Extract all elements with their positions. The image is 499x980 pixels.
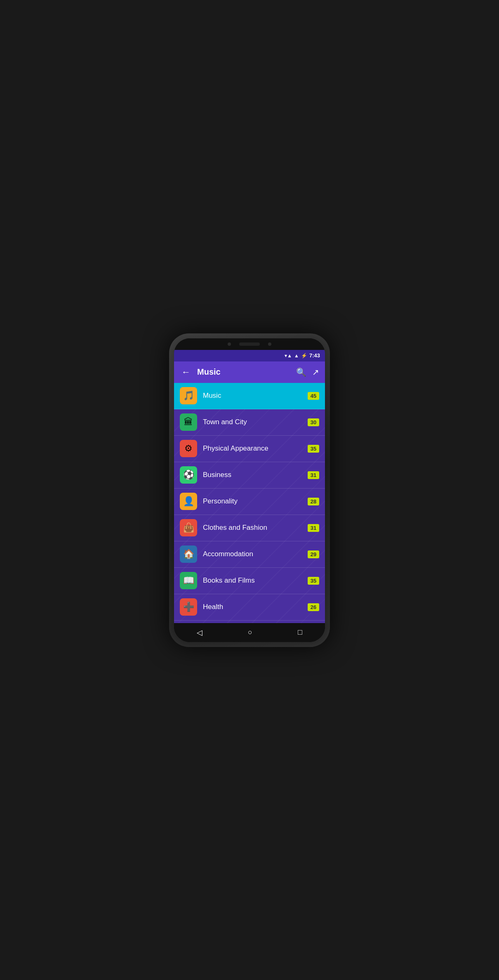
signal-icon: ▲ xyxy=(294,353,299,359)
accommodation-icon: 🏠 xyxy=(183,549,194,560)
health-icon: ➕ xyxy=(183,602,194,612)
business-icon: ⚽ xyxy=(183,470,194,480)
item-icon-personality: 👤 xyxy=(180,493,197,510)
nav-back-button[interactable]: ◁ xyxy=(188,625,211,640)
item-label-music: Music xyxy=(203,392,308,400)
speaker xyxy=(239,342,260,346)
phone-frame: ▾▲ ▲ ⚡ 7:43 ← Music 🔍 ↗ 🎵 xyxy=(169,333,330,647)
sensor xyxy=(268,342,271,346)
item-badge-business: 31 xyxy=(308,471,319,479)
battery-icon: ⚡ xyxy=(301,353,307,359)
item-badge-accommodation: 29 xyxy=(308,550,319,558)
list-item-town-city[interactable]: 🏛 Town and City 30 xyxy=(174,409,325,436)
item-badge-town-city: 30 xyxy=(308,418,319,426)
item-badge-health: 26 xyxy=(308,603,319,611)
clothes-fashion-icon: 👜 xyxy=(183,522,194,533)
item-icon-books-films: 📖 xyxy=(180,572,197,589)
status-icons: ▾▲ ▲ ⚡ 7:43 xyxy=(285,352,320,359)
category-list: 🎵 Music 45 🏛 Town and City 30 ⚙ Physical… xyxy=(174,383,325,623)
item-icon-health: ➕ xyxy=(180,598,197,616)
item-badge-physical-appearance: 35 xyxy=(308,445,319,453)
phone-inner: ▾▲ ▲ ⚡ 7:43 ← Music 🔍 ↗ 🎵 xyxy=(174,338,325,642)
nav-home-button[interactable]: ○ xyxy=(240,625,261,640)
nav-recents-button[interactable]: □ xyxy=(290,625,311,640)
list-item-music[interactable]: 🎵 Music 45 xyxy=(174,383,325,409)
list-item-clothes-fashion[interactable]: 👜 Clothes and Fashion 31 xyxy=(174,515,325,541)
item-label-clothes-fashion: Clothes and Fashion xyxy=(203,524,308,532)
share-button[interactable]: ↗ xyxy=(312,367,319,377)
item-label-business: Business xyxy=(203,471,308,479)
item-icon-town-city: 🏛 xyxy=(180,413,197,431)
physical-appearance-icon: ⚙ xyxy=(184,443,193,454)
search-button[interactable]: 🔍 xyxy=(296,367,306,377)
town-city-icon: 🏛 xyxy=(184,417,193,427)
item-label-physical-appearance: Physical Appearance xyxy=(203,444,308,453)
wifi-icon: ▾▲ xyxy=(285,353,292,359)
list-item-books-films[interactable]: 📖 Books and Films 35 xyxy=(174,568,325,594)
app-title: Music xyxy=(197,367,291,377)
music-icon: 🎵 xyxy=(183,390,194,401)
item-icon-accommodation: 🏠 xyxy=(180,545,197,563)
item-label-books-films: Books and Films xyxy=(203,576,308,585)
status-time: 7:43 xyxy=(309,352,320,359)
list-item-business[interactable]: ⚽ Business 31 xyxy=(174,462,325,489)
item-label-accommodation: Accommodation xyxy=(203,550,308,558)
back-button[interactable]: ← xyxy=(180,365,192,379)
item-badge-music: 45 xyxy=(308,392,319,400)
item-label-health: Health xyxy=(203,603,308,611)
books-films-icon: 📖 xyxy=(183,575,194,586)
camera xyxy=(228,342,231,346)
list-item-personality[interactable]: 👤 Personality 28 xyxy=(174,489,325,515)
list-item-work[interactable]: 💻 Work 49 xyxy=(174,621,325,623)
personality-icon: 👤 xyxy=(183,496,194,507)
item-label-town-city: Town and City xyxy=(203,418,308,426)
status-bar: ▾▲ ▲ ⚡ 7:43 xyxy=(174,350,325,361)
item-icon-physical-appearance: ⚙ xyxy=(180,440,197,457)
item-icon-music: 🎵 xyxy=(180,387,197,404)
item-label-personality: Personality xyxy=(203,497,308,505)
screen: ▾▲ ▲ ⚡ 7:43 ← Music 🔍 ↗ 🎵 xyxy=(174,350,325,623)
list-item-physical-appearance[interactable]: ⚙ Physical Appearance 35 xyxy=(174,436,325,462)
item-badge-personality: 28 xyxy=(308,498,319,505)
item-badge-books-films: 35 xyxy=(308,577,319,585)
item-icon-clothes-fashion: 👜 xyxy=(180,519,197,536)
item-icon-business: ⚽ xyxy=(180,466,197,484)
app-bar-icons: 🔍 ↗ xyxy=(296,367,319,377)
bottom-navigation: ◁ ○ □ xyxy=(174,623,325,642)
app-bar: ← Music 🔍 ↗ xyxy=(174,361,325,383)
phone-top-hardware xyxy=(174,338,325,350)
item-badge-clothes-fashion: 31 xyxy=(308,524,319,532)
list-item-accommodation[interactable]: 🏠 Accommodation 29 xyxy=(174,541,325,568)
list-item-health[interactable]: ➕ Health 26 xyxy=(174,594,325,621)
